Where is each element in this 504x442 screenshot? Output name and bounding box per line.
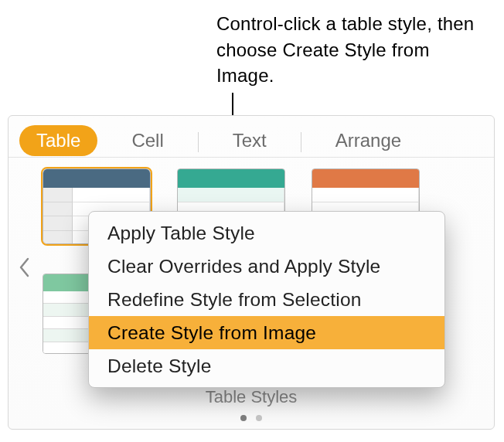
- help-callout-text: Control-click a table style, then choose…: [216, 11, 479, 89]
- page-indicator: [240, 415, 262, 421]
- thumb-header: [312, 169, 419, 188]
- menu-item-clear-overrides[interactable]: Clear Overrides and Apply Style: [89, 250, 444, 283]
- prev-styles-page-button[interactable]: [13, 249, 35, 286]
- tab-separator: [198, 132, 199, 152]
- menu-item-delete-style[interactable]: Delete Style: [89, 349, 444, 382]
- chevron-left-icon: [19, 257, 29, 277]
- tab-cell[interactable]: Cell: [114, 125, 180, 156]
- tab-arrange[interactable]: Arrange: [318, 125, 418, 156]
- table-style-context-menu: Apply Table Style Clear Overrides and Ap…: [88, 211, 445, 388]
- thumb-header: [43, 169, 150, 188]
- tab-separator: [301, 132, 301, 152]
- page-dot[interactable]: [240, 415, 247, 421]
- menu-item-redefine-from-selection[interactable]: Redefine Style from Selection: [89, 283, 444, 316]
- inspector-tab-bar: Table Cell Text Arrange: [9, 116, 494, 158]
- tab-text[interactable]: Text: [216, 125, 284, 156]
- thumb-header: [178, 169, 284, 188]
- styles-section-caption: Table Styles: [206, 387, 298, 407]
- page-dot[interactable]: [256, 415, 262, 421]
- menu-item-apply-table-style[interactable]: Apply Table Style: [89, 216, 444, 250]
- tab-table[interactable]: Table: [19, 125, 97, 156]
- menu-item-create-style-from-image[interactable]: Create Style from Image: [89, 316, 444, 349]
